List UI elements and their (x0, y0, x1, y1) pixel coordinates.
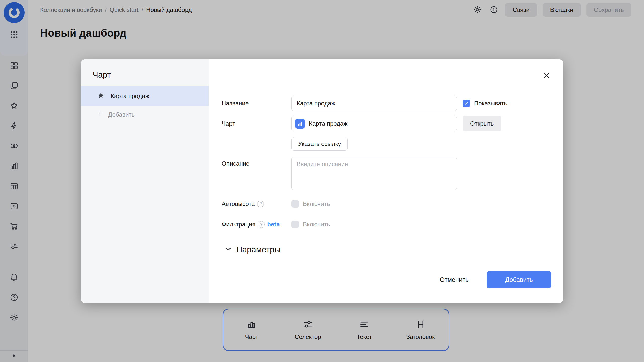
name-label: Название (222, 100, 291, 107)
show-checkbox-label: Показывать (474, 100, 507, 107)
panel-add-label: Добавить (108, 111, 135, 118)
app-screen: Коллекции и воркбуки / Quick start / Нов… (0, 0, 644, 362)
panel-item-label: Карта продаж (111, 93, 149, 100)
filtering-help-icon[interactable]: ? (258, 221, 265, 228)
form-row-link: Указать ссылку (222, 137, 348, 151)
modal-panel-title: Чарт (93, 70, 209, 80)
parameters-expander[interactable]: Параметры (225, 245, 281, 254)
star-icon (97, 92, 105, 101)
close-icon (542, 77, 551, 81)
description-textarea[interactable] (291, 157, 457, 190)
modal-footer: Отменить Добавить (436, 271, 551, 288)
autoheight-checkbox[interactable]: Включить (291, 200, 330, 208)
filtering-label: Фильтрация (222, 221, 255, 228)
checkbox-checked-icon (463, 100, 470, 107)
form-row-name: Название Показывать (222, 96, 507, 111)
panel-item-chart[interactable]: Карта продаж (81, 86, 209, 106)
description-label: Описание (222, 157, 291, 167)
open-chart-button[interactable]: Открыть (463, 116, 501, 131)
add-button[interactable]: Добавить (487, 271, 551, 288)
form-row-filtering: Фильтрация ? beta Включить (222, 219, 330, 230)
beta-badge: beta (267, 221, 280, 228)
checkbox-unchecked-icon (291, 221, 299, 228)
chart-picker-value: Карта продаж (309, 120, 347, 127)
name-input[interactable] (291, 96, 457, 111)
chart-picker-field[interactable]: Карта продаж (291, 116, 457, 131)
autoheight-label: Автовысота (222, 200, 255, 207)
modal-left-panel: Чарт Карта продаж Добавить (81, 59, 209, 303)
filtering-label-group: Фильтрация ? beta (222, 221, 291, 228)
filtering-toggle-label: Включить (303, 221, 330, 228)
cancel-button[interactable]: Отменить (436, 276, 473, 283)
chevron-down-icon (225, 245, 232, 254)
specify-link-button[interactable]: Указать ссылку (291, 137, 348, 151)
autoheight-help-icon[interactable]: ? (257, 201, 264, 207)
checkbox-unchecked-icon (291, 200, 299, 208)
form-row-description: Описание (222, 157, 457, 190)
add-chart-modal: Чарт Карта продаж Добавить Название (81, 59, 563, 303)
modal-close-button[interactable] (542, 71, 552, 81)
autoheight-label-group: Автовысота ? (222, 200, 291, 207)
plus-icon (97, 111, 103, 119)
filtering-checkbox[interactable]: Включить (291, 221, 330, 228)
chart-type-icon (295, 119, 305, 129)
panel-add-button[interactable]: Добавить (81, 106, 209, 124)
form-row-autoheight: Автовысота ? Включить (222, 199, 330, 209)
show-checkbox[interactable]: Показывать (463, 100, 507, 107)
form-row-chart: Чарт Карта продаж Открыть (222, 116, 501, 131)
parameters-label: Параметры (236, 245, 281, 254)
autoheight-toggle-label: Включить (303, 200, 330, 207)
chart-label: Чарт (222, 120, 291, 127)
